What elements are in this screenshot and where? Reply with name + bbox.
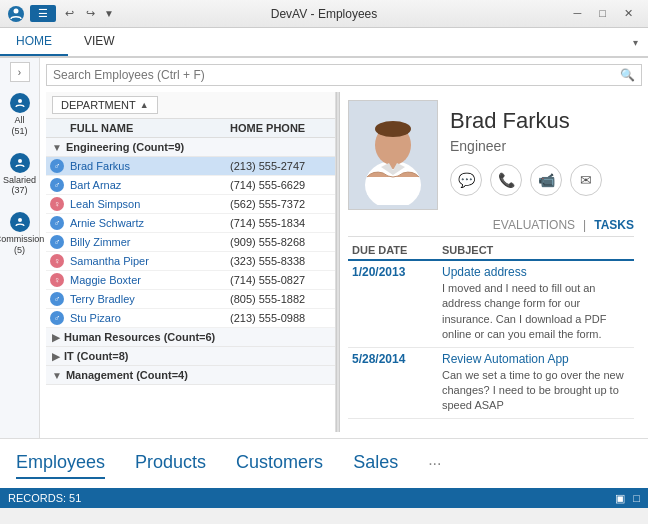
gender-icon: ♀	[50, 254, 64, 268]
sidebar-expand-button[interactable]: ›	[10, 62, 30, 82]
table-row[interactable]: ♀ Samantha Piper (323) 555-8338	[46, 252, 335, 271]
employee-name: Samantha Piper	[70, 255, 230, 267]
tab-tasks[interactable]: TASKS	[594, 218, 634, 232]
employee-name: Maggie Boxter	[70, 274, 230, 286]
col-phone: HOME PHONE	[230, 122, 336, 134]
gender-icon: ♂	[50, 178, 64, 192]
bottom-tab-employees[interactable]: Employees	[16, 448, 105, 479]
dept-sort-header: DEPARTMENT ▲	[46, 92, 335, 119]
employee-name: Terry Bradley	[70, 293, 230, 305]
tab-evaluations[interactable]: EVALUATIONS	[493, 218, 575, 232]
salaried-icon	[10, 153, 30, 173]
title-bar: ☰ ↩ ↪ ▼ DevAV - Employees ─ □ ✕	[0, 0, 648, 28]
panels: DEPARTMENT ▲ FULL NAME HOME PHONE ▼ Engi…	[46, 92, 642, 432]
bottom-tab-sales[interactable]: Sales	[353, 448, 398, 479]
detail-panel: Brad Farkus Engineer 💬 📞 📹 ✉ EVALUATIONS…	[340, 92, 642, 432]
table-row[interactable]: ♀ Leah Simpson (562) 555-7372	[46, 195, 335, 214]
minimize-button[interactable]: ─	[567, 4, 589, 23]
table-row[interactable]: ♂ Brad Farkus (213) 555-2747	[46, 157, 335, 176]
tab-view[interactable]: VIEW	[68, 28, 131, 56]
list-item[interactable]: 5/28/2014 Review Automation App Can we s…	[348, 348, 634, 419]
ribbon-collapse-button[interactable]: ▾	[623, 31, 648, 54]
status-bar-right: ▣ □	[615, 492, 640, 505]
gender-icon: ♀	[50, 197, 64, 211]
table-row[interactable]: ♀ Maggie Boxter (714) 555-0827	[46, 271, 335, 290]
table-row[interactable]: ♂ Arnie Schwartz (714) 555-1834	[46, 214, 335, 233]
list-item[interactable]: 1/20/2013 Update address I moved and I n…	[348, 261, 634, 348]
group-toggle-hr: ▶	[52, 332, 60, 343]
department-sort-button[interactable]: DEPARTMENT ▲	[52, 96, 158, 114]
video-button[interactable]: 📹	[530, 164, 562, 196]
tab-home[interactable]: HOME	[0, 28, 68, 56]
group-management[interactable]: ▼ Management (Count=4)	[46, 366, 335, 385]
group-hr[interactable]: ▶ Human Resources (Count=6)	[46, 328, 335, 347]
gender-icon: ♂	[50, 159, 64, 173]
sidebar-item-all[interactable]: All (51)	[3, 86, 37, 144]
search-icon[interactable]: 🔍	[620, 68, 635, 82]
employee-detail-title: Engineer	[450, 138, 634, 154]
search-input[interactable]	[53, 68, 620, 82]
col-subject: SUBJECT	[442, 244, 630, 256]
col-fullname: FULL NAME	[70, 122, 230, 134]
undo-button[interactable]: ↩	[62, 5, 77, 22]
commission-icon	[10, 212, 30, 232]
call-button[interactable]: 📞	[490, 164, 522, 196]
quick-access-dropdown[interactable]: ▼	[104, 8, 114, 19]
table-row[interactable]: ♂ Bart Arnaz (714) 555-6629	[46, 176, 335, 195]
group-hr-label: Human Resources (Count=6)	[64, 331, 215, 343]
table-row[interactable]: ♂ Terry Bradley (805) 555-1882	[46, 290, 335, 309]
sidebar-all-label: All (51)	[8, 115, 32, 137]
employee-phone: (213) 555-0988	[230, 312, 335, 324]
status-grid-icon[interactable]: ▣	[615, 492, 625, 505]
svg-point-0	[14, 8, 19, 13]
task-subject: Update address	[442, 265, 630, 279]
sidebar-item-commission[interactable]: Commission (5)	[3, 205, 37, 263]
bottom-tab-products[interactable]: Products	[135, 448, 206, 479]
bottom-tabs: Employees Products Customers Sales ···	[0, 438, 648, 488]
sidebar-salaried-label: Salaried (37)	[3, 175, 36, 197]
records-count: RECORDS: 51	[8, 492, 81, 504]
email-button[interactable]: ✉	[570, 164, 602, 196]
svg-point-2	[18, 159, 22, 163]
menu-button[interactable]: ☰	[30, 5, 56, 22]
redo-button[interactable]: ↪	[83, 5, 98, 22]
chat-button[interactable]: 💬	[450, 164, 482, 196]
sidebar-item-salaried[interactable]: Salaried (37)	[3, 146, 37, 204]
content-area: 🔍 DEPARTMENT ▲ FULL NAME HOME PHONE	[40, 58, 648, 438]
search-input-wrap: 🔍	[46, 64, 642, 86]
table-row[interactable]: ♂ Stu Pizaro (213) 555-0988	[46, 309, 335, 328]
svg-point-1	[18, 99, 22, 103]
app-icon	[8, 6, 24, 22]
task-description: I moved and I need to fill out an addres…	[352, 281, 630, 343]
svg-point-3	[18, 218, 22, 222]
employee-phone: (213) 555-2747	[230, 160, 335, 172]
main-container: › All (51) Salaried (37) Commission (5)	[0, 58, 648, 438]
group-it[interactable]: ▶ IT (Count=8)	[46, 347, 335, 366]
employee-name: Brad Farkus	[70, 160, 230, 172]
employee-name: Leah Simpson	[70, 198, 230, 210]
group-engineering[interactable]: ▼ Engineering (Count=9)	[46, 138, 335, 157]
employee-phone: (323) 555-8338	[230, 255, 335, 267]
group-toggle-engineering: ▼	[52, 142, 62, 153]
left-sidebar: › All (51) Salaried (37) Commission (5)	[0, 58, 40, 438]
status-list-icon[interactable]: □	[633, 492, 640, 504]
more-tabs-button[interactable]: ···	[428, 455, 441, 473]
title-bar-left: ☰ ↩ ↪ ▼	[8, 5, 114, 22]
tasks-col-header: DUE DATE SUBJECT	[348, 241, 634, 261]
gender-icon: ♂	[50, 235, 64, 249]
bottom-tab-customers[interactable]: Customers	[236, 448, 323, 479]
sort-arrow-icon: ▲	[140, 100, 149, 110]
ribbon: HOME VIEW ▾	[0, 28, 648, 58]
employee-name: Arnie Schwartz	[70, 217, 230, 229]
dept-sort-label: DEPARTMENT	[61, 99, 136, 111]
task-date-row: 5/28/2014 Review Automation App	[352, 352, 630, 366]
maximize-button[interactable]: □	[592, 4, 613, 23]
gender-icon: ♂	[50, 216, 64, 230]
tasks-divider: |	[583, 218, 586, 232]
table-row[interactable]: ♂ Billy Zimmer (909) 555-8268	[46, 233, 335, 252]
gender-icon: ♀	[50, 273, 64, 287]
employee-phone: (714) 555-0827	[230, 274, 335, 286]
close-button[interactable]: ✕	[617, 4, 640, 23]
employee-name: Bart Arnaz	[70, 179, 230, 191]
task-description: Can we set a time to go over the new cha…	[352, 368, 630, 414]
